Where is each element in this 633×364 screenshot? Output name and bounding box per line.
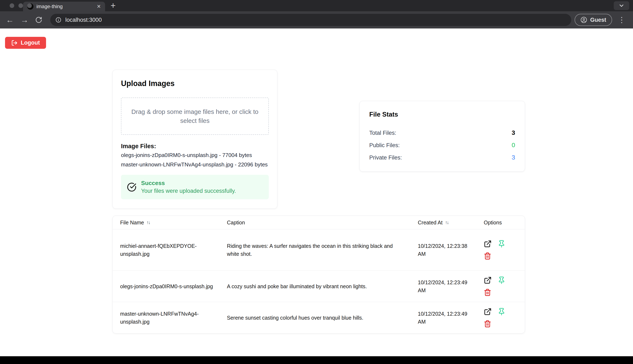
created-at-cell: 10/12/2024, 12:23:38 AM [418, 242, 484, 258]
trash-icon [484, 320, 491, 328]
file-name-cell: master-unknown-LNRFwTNvAg4-unsplash.jpg [112, 310, 227, 326]
files-table: File Name ↑↓ Caption Created At ↑↓ Optio… [112, 216, 525, 334]
caption-cell: Serene sunset casting colorful hues over… [227, 314, 418, 322]
column-header-options: Options [484, 217, 525, 228]
trash-icon [484, 289, 491, 296]
url-text[interactable]: localhost:3000 [65, 17, 102, 23]
forward-button[interactable]: → [20, 16, 28, 24]
row-options [484, 276, 517, 296]
selected-file-item: olegs-jonins-zDpa0IRM0-s-unsplash.jpg - … [121, 151, 269, 159]
file-name-cell: michiel-annaert-fQEbXEPDYOE-unsplash.jpg [112, 242, 227, 258]
site-info-icon[interactable] [55, 17, 62, 23]
table-header-row: File Name ↑↓ Caption Created At ↑↓ Optio… [112, 216, 525, 229]
bottom-black-bar [0, 356, 633, 364]
logout-label: Logout [21, 40, 40, 46]
pin-file-button[interactable] [498, 240, 506, 248]
caption-cell: A cozy sushi and poke bar illuminated by… [227, 282, 418, 290]
page-content: Logout Upload Images Drag & drop some im… [0, 28, 633, 356]
column-header-file-name[interactable]: File Name ↑↓ [112, 217, 227, 228]
logout-button[interactable]: Logout [5, 37, 46, 49]
delete-file-button[interactable] [484, 320, 492, 328]
open-file-button[interactable] [484, 276, 492, 284]
success-alert: Success Your files were uploaded success… [121, 175, 269, 199]
created-at-cell: 10/12/2024, 12:23:49 AM [418, 278, 484, 294]
upload-card-title: Upload Images [121, 79, 269, 88]
external-link-icon [484, 276, 492, 284]
pin-icon [498, 308, 506, 316]
column-header-created-at[interactable]: Created At ↑↓ [418, 217, 484, 228]
stat-row-total-files: Total Files: 3 [369, 129, 515, 136]
browser-menu-button[interactable]: ⋮ [616, 16, 627, 24]
created-at-cell: 10/12/2024, 12:23:49 AM [418, 310, 484, 326]
stat-label: Private Files: [369, 154, 402, 161]
trash-icon [484, 252, 491, 260]
window-minimize-button[interactable] [18, 3, 23, 8]
browser-tab-strip: ▲ image-thing ✕ + [0, 0, 633, 11]
window-zoom-button[interactable] [27, 3, 32, 8]
stat-value: 0 [512, 142, 515, 148]
stat-label: Public Files: [369, 142, 400, 148]
success-alert-message: Your files were uploaded successfully. [141, 188, 236, 194]
browser-tab[interactable]: ▲ image-thing ✕ [23, 2, 105, 11]
pin-file-button[interactable] [498, 308, 506, 316]
window-close-button[interactable] [10, 3, 14, 8]
open-file-button[interactable] [484, 240, 492, 248]
browser-toolbar: ← → localhost:3000 Guest ⋮ [0, 11, 633, 28]
tab-title: image-thing [36, 4, 94, 10]
stat-row-private-files: Private Files: 3 [369, 154, 515, 161]
table-row: michiel-annaert-fQEbXEPDYOE-unsplash.jpg… [112, 229, 525, 270]
tab-search-chevron-button[interactable] [614, 1, 629, 10]
window-controls[interactable] [10, 3, 32, 8]
success-alert-title: Success [141, 180, 236, 186]
profile-label: Guest [590, 17, 606, 23]
stat-value: 3 [512, 129, 515, 136]
table-row: olegs-jonins-zDpa0IRM0-s-unsplash.jpg A … [112, 270, 525, 302]
file-name-cell: olegs-jonins-zDpa0IRM0-s-unsplash.jpg [112, 282, 227, 290]
stat-label: Total Files: [369, 130, 396, 136]
delete-file-button[interactable] [484, 252, 492, 260]
selected-file-item: master-unknown-LNRFwTNvAg4-unsplash.jpg … [121, 161, 269, 168]
pin-icon [498, 240, 506, 248]
external-link-icon [484, 240, 492, 248]
table-row: master-unknown-LNRFwTNvAg4-unsplash.jpg … [112, 302, 525, 333]
user-circle-icon [580, 16, 587, 23]
logout-icon [11, 40, 18, 46]
delete-file-button[interactable] [484, 288, 492, 296]
image-files-heading: Image Files: [121, 143, 269, 150]
file-stats-title: File Stats [369, 111, 515, 118]
back-button[interactable]: ← [6, 16, 14, 24]
stat-value: 3 [512, 154, 515, 161]
sort-icon[interactable]: ↑↓ [146, 218, 150, 226]
file-stats-card: File Stats Total Files: 3 Public Files: … [360, 101, 525, 172]
tab-close-icon[interactable]: ✕ [97, 4, 101, 10]
browser-profile-button[interactable]: Guest [574, 14, 612, 26]
row-options [484, 240, 517, 260]
open-file-button[interactable] [484, 308, 492, 316]
column-header-caption: Caption [227, 217, 418, 228]
upload-card: Upload Images Drag & drop some image fil… [112, 70, 277, 209]
pin-file-button[interactable] [498, 276, 506, 284]
sort-icon[interactable]: ↑↓ [445, 218, 448, 226]
check-circle-icon [127, 182, 136, 192]
reload-button[interactable] [35, 16, 42, 24]
dropzone-hint: Drag & drop some image files here, or cl… [130, 107, 260, 125]
file-dropzone[interactable]: Drag & drop some image files here, or cl… [121, 98, 269, 135]
address-bar[interactable]: localhost:3000 [50, 14, 571, 26]
stat-row-public-files: Public Files: 0 [369, 142, 515, 148]
pin-icon [498, 276, 506, 284]
chevron-down-icon [618, 2, 625, 9]
caption-cell: Riding the waves: A surfer navigates the… [227, 242, 418, 258]
external-link-icon [484, 308, 492, 316]
row-options [484, 308, 517, 328]
new-tab-button[interactable]: + [110, 1, 116, 10]
